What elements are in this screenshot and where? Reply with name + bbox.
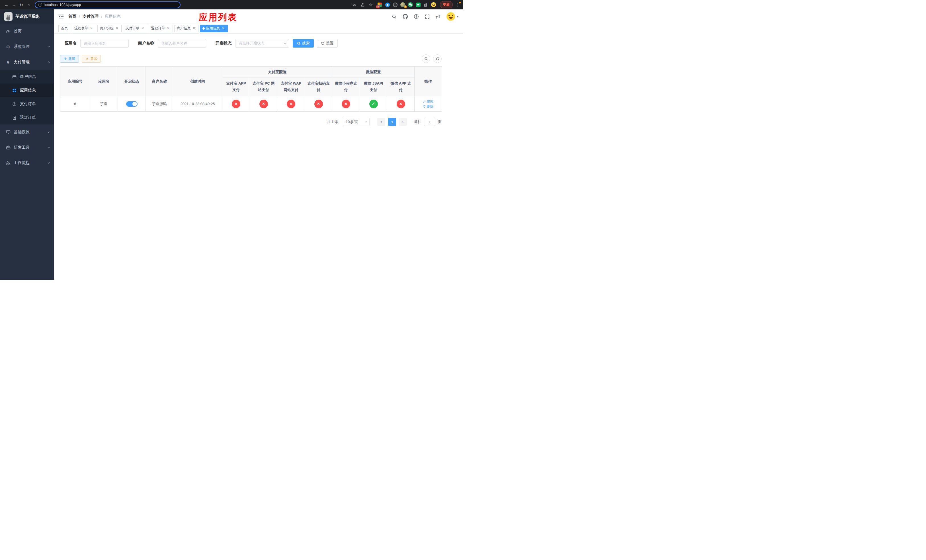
merchant-name-input[interactable]: [158, 39, 206, 48]
user-avatar: [446, 12, 455, 21]
emoji-extension-icon[interactable]: [431, 2, 436, 7]
app-table: 应用编号 应用名 开启状态 商户名称 创建时间 支付宝配置 微信配置 操作 支付…: [60, 67, 442, 112]
browser-back-button[interactable]: ←: [3, 1, 10, 9]
breadcrumb-home[interactable]: 首页: [68, 14, 76, 19]
header-search-icon[interactable]: [392, 14, 396, 19]
share-icon[interactable]: [360, 3, 365, 7]
help-icon[interactable]: ?: [414, 14, 419, 19]
close-icon[interactable]: ×: [115, 26, 119, 30]
pagination: 共 1 条 10条/页 ‹ 1 › 前往 页: [60, 118, 442, 126]
bookmark-star-icon[interactable]: ☆: [369, 3, 373, 7]
close-icon[interactable]: ×: [141, 26, 145, 30]
tab-app-info[interactable]: 应用信息 ×: [200, 25, 228, 32]
tab-label: 商户信息: [177, 26, 191, 31]
close-icon[interactable]: ×: [166, 26, 170, 30]
browser-toolbar: ← → ↻ ⌂ i localhost:1024/pay/app ☆ 10 1 …: [0, 0, 463, 9]
status-select[interactable]: 请选择开启状态: [235, 39, 289, 48]
breadcrumb-payment[interactable]: 支付管理: [83, 14, 98, 19]
gear-icon: ⚙: [6, 45, 11, 49]
toolbox-icon: [6, 145, 11, 150]
password-key-icon[interactable]: [352, 3, 357, 7]
alipay-pc-status-icon: ×: [259, 100, 268, 108]
sidebar-item-app-info[interactable]: 应用信息: [0, 83, 54, 97]
url-text[interactable]: localhost:1024/pay/app: [44, 3, 81, 7]
next-page-button[interactable]: ›: [399, 118, 407, 126]
svg-text:?: ?: [415, 15, 417, 18]
prev-page-button[interactable]: ‹: [377, 118, 385, 126]
top-navbar: 首页 / 支付管理 / 应用信息 ?: [54, 9, 463, 24]
sidebar-item-label: 研发工具: [14, 145, 44, 150]
reset-button[interactable]: 重置: [317, 39, 338, 48]
browser-menu-icon[interactable]: ⋮: [455, 2, 460, 8]
browser-home-button[interactable]: ⌂: [25, 1, 32, 9]
tab-merchant-info[interactable]: 商户信息 ×: [174, 25, 198, 32]
monitor-icon: [6, 130, 11, 135]
export-button[interactable]: 导出: [82, 55, 101, 63]
edit-link[interactable]: 修改: [423, 99, 434, 104]
sidebar-item-label: 支付管理: [14, 59, 44, 65]
cell-merchant: 芋道源码: [146, 96, 173, 112]
toggle-search-button[interactable]: [422, 54, 430, 63]
user-menu[interactable]: ▾: [446, 12, 458, 21]
tab-pay-order[interactable]: 支付订单 ×: [123, 25, 147, 32]
delete-link[interactable]: 删除: [423, 104, 434, 109]
cell-app-name: 芋道: [90, 96, 118, 112]
sidebar-item-infrastructure[interactable]: 基础设施: [0, 124, 54, 140]
tab-home[interactable]: 首页: [58, 25, 70, 32]
extension-icon-2[interactable]: [385, 2, 390, 7]
refresh-table-button[interactable]: [433, 54, 442, 63]
app-title: 芋道管理系统: [15, 14, 39, 19]
sidebar-item-merchant-info[interactable]: 商户信息: [0, 70, 54, 83]
address-bar[interactable]: i localhost:1024/pay/app: [35, 2, 180, 8]
browser-reload-button[interactable]: ↻: [18, 1, 25, 9]
sidebar-item-pay-order[interactable]: 支付订单: [0, 97, 54, 111]
chrome-update-button[interactable]: 更新: [440, 1, 453, 8]
plus-icon: [64, 57, 67, 61]
sidebar-item-refund-order[interactable]: 退款订单: [0, 111, 54, 124]
sidebar-item-devtools[interactable]: 研发工具: [0, 140, 54, 155]
chat-extension-icon[interactable]: [416, 2, 421, 7]
sidebar-item-label: 商户信息: [20, 74, 50, 79]
alipay-wap-status-icon: ×: [287, 100, 295, 108]
status-toggle[interactable]: [126, 101, 138, 107]
wechat-devtools-icon[interactable]: [408, 2, 413, 7]
wechat-logo: [408, 2, 413, 7]
sidebar-item-workflow[interactable]: 工作流程: [0, 155, 54, 171]
tab-process-form[interactable]: 流程表单 ×: [72, 25, 96, 32]
font-size-icon[interactable]: TT: [436, 14, 440, 19]
goto-page-input[interactable]: [424, 118, 436, 126]
sidebar-toggle-icon[interactable]: [59, 14, 64, 19]
close-icon[interactable]: ×: [221, 26, 225, 30]
github-icon[interactable]: [402, 14, 408, 19]
sidebar-item-system[interactable]: ⚙ 系统管理: [0, 39, 54, 54]
fullscreen-icon[interactable]: [425, 14, 430, 19]
breadcrumb-current: 应用信息: [105, 14, 121, 19]
close-icon[interactable]: ×: [89, 26, 94, 30]
add-button[interactable]: 新增: [60, 55, 79, 63]
app-logo-row[interactable]: 芋道管理系统: [0, 9, 54, 24]
user-menu-caret-icon: ▾: [457, 15, 458, 18]
browser-forward-button[interactable]: →: [10, 1, 18, 9]
app-name-label: 应用名: [65, 41, 77, 46]
page-number-1[interactable]: 1: [388, 118, 396, 126]
sidebar-item-home[interactable]: 首页: [0, 24, 54, 39]
tab-user-group[interactable]: 用户分组 ×: [97, 25, 122, 32]
status-label: 开启状态: [216, 41, 232, 46]
search-button[interactable]: 搜索: [293, 39, 314, 48]
extension-icon-3[interactable]: [393, 2, 398, 7]
sidebar-item-payment[interactable]: ¥ 支付管理: [0, 54, 54, 70]
tab-refund-order[interactable]: 退款订单 ×: [149, 25, 173, 32]
page-size-select[interactable]: 10条/页: [343, 118, 369, 126]
sidebar: 芋道管理系统 首页 ⚙ 系统管理 ¥ 支付管理: [0, 9, 54, 280]
profile-extension-icon[interactable]: 1: [400, 2, 405, 7]
grid-icon: [12, 88, 17, 92]
sidebar-item-label: 工作流程: [14, 160, 44, 165]
search-icon: [297, 42, 301, 45]
close-icon[interactable]: ×: [192, 26, 196, 30]
extensions-puzzle-icon[interactable]: [424, 2, 428, 7]
app-name-input[interactable]: [80, 39, 129, 48]
goto-page: 前往 页: [414, 118, 442, 126]
site-info-icon[interactable]: i: [38, 3, 42, 7]
extension-icon-1[interactable]: 10: [377, 2, 382, 7]
alipay-qr-status-icon: ×: [314, 100, 323, 108]
